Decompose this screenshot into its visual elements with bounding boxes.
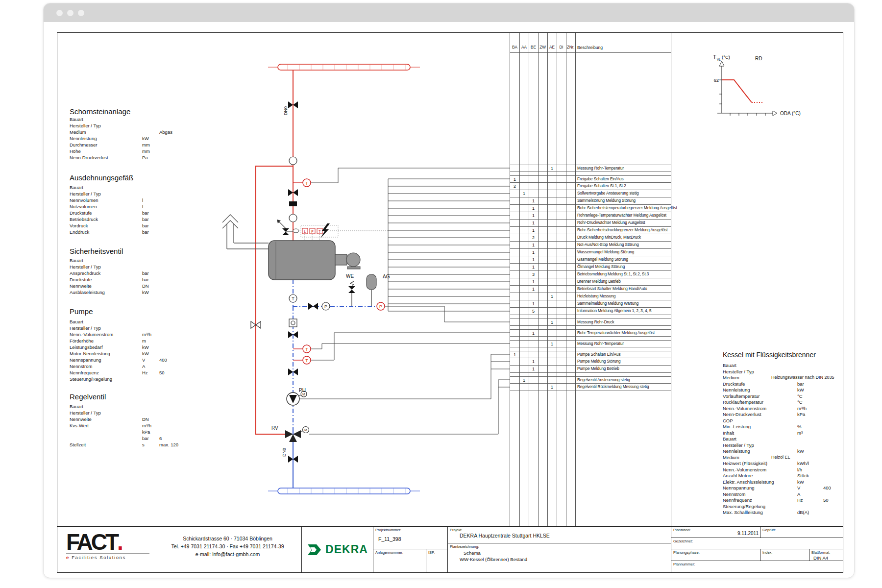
gezeichnet-label: Gezeichnet: [671, 538, 843, 543]
signal-count-cell [510, 384, 519, 391]
spec-label: Vordruck [70, 223, 88, 228]
window-control-icon[interactable] [56, 10, 63, 16]
signal-count-cell [519, 384, 529, 391]
spec-row: Hersteller / Typ [70, 410, 192, 416]
signal-row: 1Sollwertvorgabe Ansteuerung stetig [510, 190, 671, 197]
kessel-row: NennspannungV400 [723, 485, 843, 491]
curve-y-unit: (°C) [722, 54, 730, 60]
signal-group: 1Freigabe Schalten Ein/Aus2Freigabe Scha… [510, 175, 671, 315]
signal-count-cell [529, 176, 538, 183]
signal-group: 1Messung Rohr-Temperatur [510, 165, 671, 172]
signal-count-cell [510, 278, 519, 285]
plan-designation-label: Planbezeichnung: [448, 543, 671, 549]
kessel-row: Bauart [723, 363, 843, 369]
spec-row: Bauart [70, 117, 192, 123]
signal-count-cell [557, 242, 566, 248]
signal-count-cell: 2 [529, 234, 538, 241]
geprueft-box: Geprüft: [760, 527, 843, 538]
kessel-title: Kessel mit Flüssigkeitsbrenner [723, 351, 843, 359]
spec-row: Bauart [70, 404, 192, 410]
signal-row: 1Rohr-Temperaturwächter Meldung Ausgelös… [510, 329, 671, 337]
kessel-label: Max. Schallleistung [723, 510, 763, 515]
kessel-label: Druckstufe [723, 381, 745, 387]
spec-value: 50 [159, 370, 165, 375]
signal-count-cell [529, 351, 538, 358]
kessel-unit: kPa [797, 412, 805, 417]
signal-count-cell [538, 384, 547, 391]
spec-row: LeistungsbedarfkW [70, 344, 192, 351]
spec-value: Abgas [159, 129, 172, 135]
spec-label: Bauart [70, 185, 83, 190]
signal-count-cell [557, 256, 566, 263]
signal-description: Wassermangel Meldung Störung [577, 249, 634, 256]
signal-count-cell [557, 358, 566, 365]
spec-label: Höhe [70, 148, 81, 154]
signal-count-cell: 1 [510, 351, 519, 358]
kessel-unit: l/h [797, 467, 802, 472]
signal-row: 1Not-Aus/Not-Stop Meldung Störung [510, 242, 671, 249]
kessel-label: Vorlauftemperatur [723, 393, 760, 399]
spec-label: Nenn.-Volumenstrom [70, 332, 113, 337]
kessel-unit: % [797, 424, 801, 429]
spec-label: Hersteller / Typ [70, 325, 101, 331]
signal-count-cell [557, 165, 566, 172]
projectnumber-label: Projektnummer: [373, 527, 447, 532]
spec-label: Nutzvolumen [70, 204, 97, 209]
signal-description: Gasmangel Meldung Störung [577, 256, 628, 263]
sheet-format-box: Blattformat: DIN A4 [809, 549, 843, 561]
signal-count-cell [519, 249, 529, 256]
kessel-row: Bauart [723, 436, 843, 442]
signal-row: 1Messung Rohr-Temperatur [510, 165, 671, 172]
signal-count-cell: 1 [547, 293, 557, 300]
signal-description: Betriebsart Schalter Meldung Hand/Auto [577, 286, 647, 293]
signal-count-cell [566, 242, 575, 248]
signal-description: Freigabe Schalten Ein/Aus [577, 176, 623, 183]
spec-row: Nennvolumenl [70, 197, 192, 204]
signal-count-cell: 1 [529, 330, 538, 337]
signal-row: 1Sammelmeldung Meldung Wartung [510, 300, 671, 308]
signal-count-cell [510, 264, 519, 270]
signal-count-cell [547, 286, 557, 293]
signal-count-cell [557, 377, 566, 384]
signal-count-cell [557, 197, 566, 204]
signal-count-cell [519, 165, 529, 172]
kessel-row: MediumHeizöl EL [723, 455, 843, 461]
signal-count-cell: 1 [529, 212, 538, 219]
signal-count-cell [547, 249, 557, 256]
signal-count-cell [538, 227, 547, 234]
kessel-unit: Stück [797, 473, 809, 478]
signal-count-cell [566, 256, 575, 263]
spec-row: NennspannungV400 [70, 357, 192, 364]
kessel-row: Rücklauftemperatur°C [723, 399, 843, 406]
spec-row: Betriebsdruckbar [70, 217, 192, 223]
window-control-icon[interactable] [67, 10, 74, 16]
kessel-unit: kW [797, 387, 804, 392]
pipe-dn-label: DN0 [283, 106, 288, 115]
signal-count-cell [510, 300, 519, 307]
title-block-dekra-cell: DEKRA [302, 527, 373, 572]
signal-count-cell [510, 220, 519, 226]
signal-count-cell [557, 351, 566, 358]
spec-unit: bar [142, 217, 149, 222]
signal-row: 1Rohr-Sicherheitstemperaturbegrenzer Mel… [510, 205, 671, 212]
valve-label: RV [271, 425, 278, 431]
kessel-label: Elektr. Anschlussleistung [723, 479, 774, 485]
kessel-label: Nennfrequenz [723, 497, 752, 503]
signal-count-cell [529, 377, 538, 384]
signal-count-cell [547, 351, 557, 358]
spec-label: Nennvolumen [70, 197, 98, 203]
signal-count-cell [529, 341, 538, 347]
project-box: Projekt: DEKRA Hauptzentrale Stuttgart H… [448, 527, 671, 543]
signal-description: Betriebsmeldung Meldung St.1, St.2, St.3 [577, 271, 649, 278]
signal-table: BAAABEZWAEDIZNr. Beschreibung 1Messung R… [510, 33, 671, 526]
signal-count-cell [538, 176, 547, 183]
three-way-valve: M [285, 427, 309, 442]
kessel-label: Nenn-Druckverlust [723, 412, 761, 417]
signal-description: Sammelmeldung Meldung Wartung [577, 300, 638, 307]
signal-count-cell [519, 234, 529, 241]
signal-row: 1Messung Rohr-Temperatur [510, 340, 671, 347]
signal-column-line [575, 33, 576, 526]
signal-count-cell [519, 227, 529, 234]
signal-count-cell [510, 366, 519, 372]
window-control-icon[interactable] [78, 10, 84, 16]
